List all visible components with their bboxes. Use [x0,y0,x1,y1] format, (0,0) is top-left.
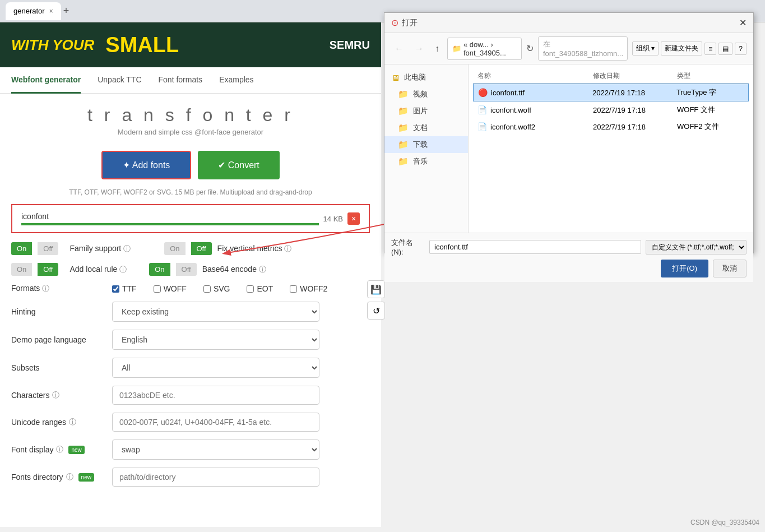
unicode-input[interactable] [112,413,319,432]
fix-vertical-help-icon[interactable]: ⓘ [284,244,291,253]
family-support-label: Family support ⓘ [69,244,131,254]
file-item-iconfont-woff2[interactable]: 📄 iconfont.woff2 2022/7/19 17:18 WOFF2 文… [473,118,749,135]
file-type-woff: WOFF 文件 [677,105,744,115]
back-button[interactable]: ← [391,43,407,55]
fonts-dir-row: Fonts directory ⓘ new [11,468,370,487]
open-button[interactable]: 打开(O) [661,260,708,277]
col-date: 修改日期 [593,71,677,81]
characters-help-icon[interactable]: ⓘ [52,390,59,400]
font-display-help-icon[interactable]: ⓘ [56,445,63,455]
file-item-iconfont-woff[interactable]: 📄 iconfont.woff 2022/7/19 17:18 WOFF 文件 [473,101,749,118]
cancel-button[interactable]: 取消 [713,260,747,277]
toggle-on-part: On [164,242,185,255]
unicode-help-icon[interactable]: ⓘ [69,417,76,427]
characters-label: Characters ⓘ [11,390,112,400]
ttf-checkbox[interactable] [112,285,119,293]
organize-button[interactable]: 组织 ▾ [632,41,659,55]
banner-main-text: SMALL [105,33,179,57]
dialog-title: ⊙ 打开 [391,17,418,28]
filetype-select[interactable]: 自定义文件 (*.ttf;*.otf;*.woff;*. [646,240,747,255]
eot-label: EOT [257,284,273,293]
file-close-button[interactable]: × [347,212,360,225]
dialog-close-button[interactable]: ✕ [739,17,747,28]
unicode-row: Unicode ranges ⓘ [11,413,370,432]
font-display-row: Font display ⓘ new swap [11,440,370,460]
nav-item-webfont[interactable]: Webfont generator [11,67,81,94]
sidebar-computer[interactable]: 🖥 此电脑 [384,69,468,86]
format-woff[interactable]: WOFF [154,284,187,293]
eot-checkbox[interactable] [247,285,254,293]
font-display-label: Font display ⓘ new [11,445,112,455]
add-local-help-icon[interactable]: ⓘ [119,265,127,274]
documents-folder-icon: 📁 [398,123,409,133]
base64-toggle[interactable]: On Off [149,263,196,276]
format-woff2[interactable]: WOFF2 [290,284,327,293]
folder-icon: 📁 [452,44,461,53]
downloads-folder-icon: 📁 [398,140,409,150]
file-item-iconfont-ttf[interactable]: 🔴 iconfont.ttf 2022/7/19 17:18 TrueType … [473,84,749,101]
woff-checkbox[interactable] [154,285,161,293]
nav: Webfont generator Unpack TTC Font format… [0,67,381,94]
unicode-label: Unicode ranges ⓘ [11,417,112,427]
fix-vertical-label: Fix vertical metrics ⓘ [217,244,292,254]
convert-button[interactable]: ✔ Convert [198,151,279,179]
file-info: iconfont [21,212,319,225]
view-details-button[interactable]: ▤ [718,43,732,55]
filename-input[interactable] [429,240,641,254]
hinting-row: Hinting Keep existing [11,302,370,322]
format-eot[interactable]: EOT [247,284,273,293]
characters-input[interactable] [112,386,319,405]
woff2-checkbox[interactable] [290,285,297,293]
music-folder-icon: 📁 [398,156,409,166]
family-support-help-icon[interactable]: ⓘ [123,244,131,253]
nav-item-formats[interactable]: Font formats [159,67,203,94]
save-button[interactable]: 💾 [367,280,385,298]
base64-help-icon[interactable]: ⓘ [259,265,266,274]
svg-checkbox[interactable] [203,285,211,293]
refresh-button[interactable]: ↺ [367,302,385,320]
up-button[interactable]: ↑ [432,43,443,55]
sidebar-music[interactable]: 📁 音乐 [384,153,468,170]
csdn-watermark: CSDN @qq_39335404 [690,519,759,526]
subsets-select[interactable]: All [112,358,319,378]
new-tab-button[interactable]: + [63,5,69,17]
demo-language-label: Demo page language [11,335,112,344]
dialog-sidebar: 🖥 此电脑 📁 视频 📁 图片 📁 文档 📁 下载 📁 音乐 [384,64,469,233]
sidebar-pictures[interactable]: 📁 图片 [384,103,468,119]
hinting-select[interactable]: Keep existing [112,302,319,322]
banner-left-text: WITH YOUR [11,36,94,54]
help-button[interactable]: ? [735,43,747,55]
woff2-file-icon: 📄 [477,122,487,131]
sidebar-video[interactable]: 📁 视频 [384,86,468,103]
nav-item-unpack[interactable]: Unpack TTC [98,67,141,94]
buttons-row: ✦ Add fonts ✔ Convert [0,151,381,179]
sidebar-tools: 💾 ↺ [367,280,385,320]
progress-bar [21,223,319,225]
add-fonts-button[interactable]: ✦ Add fonts [101,151,191,179]
hinting-label: Hinting [11,307,112,316]
add-local-toggle[interactable]: On Off [11,263,58,276]
font-display-select[interactable]: swap [112,440,319,460]
demo-language-select[interactable]: English [112,330,319,350]
toggle-off-label: Off [38,242,58,255]
fonts-dir-help-icon[interactable]: ⓘ [66,472,73,482]
forward-button[interactable]: → [411,43,427,55]
formats-help-icon[interactable]: ⓘ [42,284,49,293]
new-folder-button[interactable]: 新建文件夹 [661,41,702,55]
format-svg[interactable]: SVG [203,284,230,293]
browser-tab[interactable]: generator × [6,2,61,20]
dialog-title-bar: ⊙ 打开 ✕ [384,13,753,33]
fonts-dir-input[interactable] [112,468,319,487]
sidebar-downloads[interactable]: 📁 下载 [384,136,468,153]
sidebar-documents[interactable]: 📁 文档 [384,119,468,136]
view-list-button[interactable]: ≡ [704,43,716,55]
nav-item-examples[interactable]: Examples [219,67,253,94]
family-support-toggle[interactable]: On Off [11,242,58,255]
fix-vertical-toggle[interactable]: On Off [164,242,211,255]
breadcrumb-refresh-button[interactable]: ↻ [526,43,534,54]
breadcrumb-bar: 📁 « dow... › font_34905... [447,38,522,60]
ttf-file-icon: 🔴 [478,88,488,97]
svg-label: SVG [214,284,230,293]
format-ttf[interactable]: TTF [112,284,137,293]
tab-close-button[interactable]: × [49,7,53,15]
